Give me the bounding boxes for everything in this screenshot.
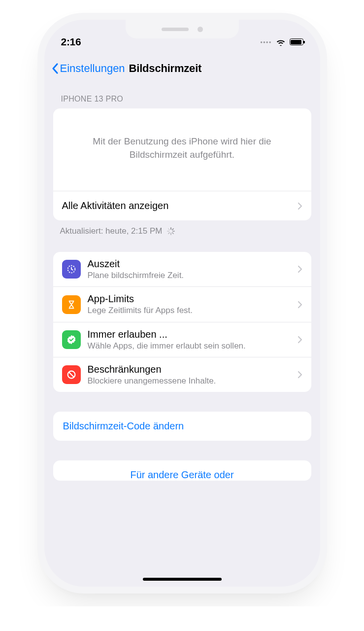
usage-placeholder-text: Mit der Benutzung des iPhone wird hier d… [53, 108, 311, 191]
back-chevron-icon[interactable] [51, 63, 59, 74]
chevron-right-icon [298, 336, 302, 344]
change-code-button[interactable]: Bildschirmzeit-Code ändern [53, 412, 311, 441]
svg-line-2 [68, 372, 73, 377]
usage-card: Mit der Benutzung des iPhone wird hier d… [53, 108, 311, 220]
chevron-right-icon [298, 265, 302, 273]
chevron-right-icon [298, 371, 302, 379]
clock: 2:16 [61, 36, 81, 48]
downtime-row[interactable]: Auszeit Plane bildschirmfreie Zeit. [53, 252, 311, 286]
nav-bar: Einstellungen Bildschirmzeit [44, 52, 320, 79]
chevron-right-icon [298, 202, 302, 210]
screen: 2:16 ●●●● Einstellungen Bildschirmzeit I… [44, 20, 320, 587]
options-card: Auszeit Plane bildschirmfreie Zeit. A [53, 252, 311, 392]
prohibited-icon [62, 365, 81, 384]
hourglass-icon [62, 295, 81, 314]
home-indicator[interactable] [143, 578, 222, 581]
status-right: ●●●● [260, 38, 303, 46]
chevron-right-icon [298, 301, 302, 309]
app-limits-row[interactable]: App-Limits Lege Zeitlimits für Apps fest… [53, 286, 311, 321]
battery-icon [290, 38, 303, 45]
front-camera [198, 27, 203, 32]
restrictions-title: Beschränkungen [88, 363, 291, 375]
restrictions-row[interactable]: Beschränkungen Blockiere unangemessene I… [53, 357, 311, 392]
restrictions-sub: Blockiere unangemessene Inhalte. [88, 376, 291, 386]
wifi-icon [276, 38, 286, 46]
check-badge-icon [62, 330, 81, 349]
app-limits-title: App-Limits [88, 293, 291, 305]
downtime-sub: Plane bildschirmfreie Zeit. [88, 270, 291, 280]
downtime-icon [62, 260, 81, 279]
all-activities-label: Alle Aktivitäten anzeigen [62, 200, 291, 211]
updated-note: Aktualisiert: heute, 2:15 PM [44, 220, 320, 252]
downtime-title: Auszeit [88, 258, 291, 270]
updated-text: Aktualisiert: heute, 2:15 PM [60, 226, 163, 236]
app-limits-sub: Lege Zeitlimits für Apps fest. [88, 305, 291, 316]
loading-spinner-icon [167, 227, 175, 235]
always-allowed-title: Immer erlauben ... [88, 328, 291, 340]
phone-frame: 2:16 ●●●● Einstellungen Bildschirmzeit I… [44, 20, 320, 587]
notch [126, 20, 239, 38]
section-header-device: IPHONE 13 PRO [44, 79, 320, 108]
always-allowed-row[interactable]: Immer erlauben ... Wähle Apps, die immer… [53, 322, 311, 357]
other-devices-card: Für andere Geräte oder [53, 460, 311, 481]
always-allowed-sub: Wähle Apps, die immer erlaubt sein solle… [88, 341, 291, 351]
all-activities-row[interactable]: Alle Aktivitäten anzeigen [53, 191, 311, 220]
scroll-content[interactable]: IPHONE 13 PRO Mit der Benutzung des iPho… [44, 79, 320, 587]
cellular-dots-icon: ●●●● [260, 40, 271, 44]
speaker-grille [162, 28, 189, 31]
back-button[interactable]: Einstellungen [60, 62, 125, 75]
other-devices-button[interactable]: Für andere Geräte oder [53, 460, 311, 481]
page-title: Bildschirmzeit [129, 62, 202, 75]
change-code-card: Bildschirmzeit-Code ändern [53, 412, 311, 441]
